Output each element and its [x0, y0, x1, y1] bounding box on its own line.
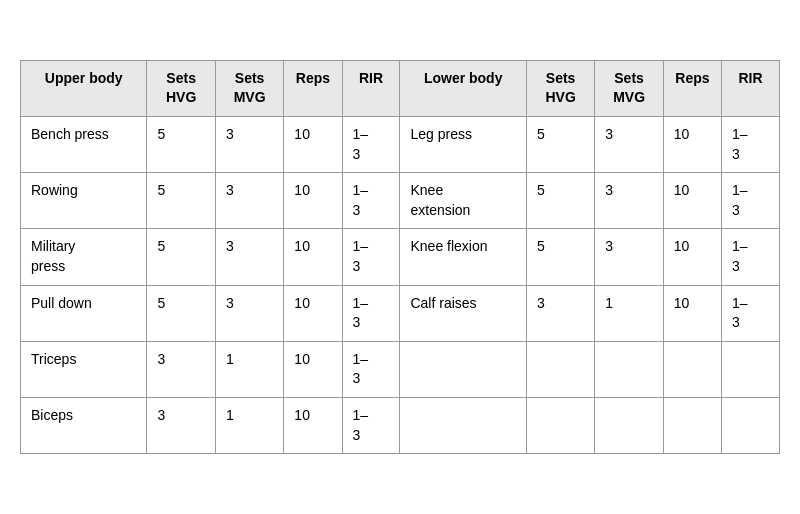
- cell-lower_exercise: Kneeextension: [400, 173, 526, 229]
- cell-lower_exercise: Leg press: [400, 117, 526, 173]
- cell-upper_rir: 1–3: [342, 117, 400, 173]
- header-rir-1: RIR: [342, 60, 400, 116]
- cell-lower_sets_hvg: [526, 397, 594, 453]
- cell-lower_sets_mvg: [595, 341, 663, 397]
- table-row: Pull down53101–3Calf raises31101–3: [21, 285, 780, 341]
- cell-upper_rir: 1–3: [342, 397, 400, 453]
- table-row: Triceps31101–3: [21, 341, 780, 397]
- cell-lower_sets_hvg: 3: [526, 285, 594, 341]
- cell-lower_reps: [663, 341, 721, 397]
- cell-upper_reps: 10: [284, 397, 342, 453]
- cell-upper_sets_mvg: 3: [215, 173, 283, 229]
- cell-upper_exercise: Triceps: [21, 341, 147, 397]
- cell-upper_rir: 1–3: [342, 229, 400, 285]
- cell-lower_exercise: [400, 341, 526, 397]
- cell-upper_sets_hvg: 3: [147, 341, 215, 397]
- cell-upper_reps: 10: [284, 229, 342, 285]
- table-row: Militarypress53101–3Knee flexion53101–3: [21, 229, 780, 285]
- cell-lower_rir: 1–3: [722, 117, 780, 173]
- cell-upper_sets_mvg: 1: [215, 397, 283, 453]
- header-sets-hvg-2: Sets HVG: [526, 60, 594, 116]
- cell-lower_sets_mvg: [595, 397, 663, 453]
- cell-lower_reps: 10: [663, 173, 721, 229]
- cell-lower_exercise: [400, 397, 526, 453]
- cell-lower_rir: 1–3: [722, 173, 780, 229]
- header-reps-1: Reps: [284, 60, 342, 116]
- cell-lower_rir: [722, 341, 780, 397]
- workout-table: Upper body Sets HVG Sets MVG Reps RIR Lo…: [20, 60, 780, 454]
- cell-lower_reps: [663, 397, 721, 453]
- cell-lower_exercise: Calf raises: [400, 285, 526, 341]
- cell-lower_sets_mvg: 3: [595, 117, 663, 173]
- cell-upper_reps: 10: [284, 117, 342, 173]
- header-sets-mvg-1: Sets MVG: [215, 60, 283, 116]
- cell-upper_rir: 1–3: [342, 285, 400, 341]
- cell-lower_sets_mvg: 1: [595, 285, 663, 341]
- header-sets-hvg-1: Sets HVG: [147, 60, 215, 116]
- table-row: Rowing53101–3Kneeextension53101–3: [21, 173, 780, 229]
- cell-upper_rir: 1–3: [342, 173, 400, 229]
- cell-upper_sets_hvg: 3: [147, 397, 215, 453]
- cell-upper_sets_hvg: 5: [147, 285, 215, 341]
- cell-lower_reps: 10: [663, 285, 721, 341]
- cell-lower_sets_hvg: 5: [526, 229, 594, 285]
- cell-upper_sets_mvg: 3: [215, 117, 283, 173]
- cell-lower_sets_hvg: 5: [526, 173, 594, 229]
- cell-lower_reps: 10: [663, 117, 721, 173]
- cell-lower_sets_hvg: 5: [526, 117, 594, 173]
- cell-upper_exercise: Pull down: [21, 285, 147, 341]
- cell-upper_reps: 10: [284, 285, 342, 341]
- cell-upper_sets_hvg: 5: [147, 229, 215, 285]
- cell-upper_rir: 1–3: [342, 341, 400, 397]
- header-reps-2: Reps: [663, 60, 721, 116]
- cell-upper_sets_mvg: 3: [215, 229, 283, 285]
- cell-upper_reps: 10: [284, 173, 342, 229]
- header-lower-body: Lower body: [400, 60, 526, 116]
- cell-upper_sets_mvg: 3: [215, 285, 283, 341]
- table-row: Biceps31101–3: [21, 397, 780, 453]
- header-rir-2: RIR: [722, 60, 780, 116]
- cell-lower_sets_hvg: [526, 341, 594, 397]
- table-row: Bench press53101–3Leg press53101–3: [21, 117, 780, 173]
- cell-upper_exercise: Rowing: [21, 173, 147, 229]
- cell-lower_reps: 10: [663, 229, 721, 285]
- cell-upper_sets_hvg: 5: [147, 173, 215, 229]
- cell-upper_sets_mvg: 1: [215, 341, 283, 397]
- cell-lower_sets_mvg: 3: [595, 229, 663, 285]
- cell-lower_exercise: Knee flexion: [400, 229, 526, 285]
- header-upper-body: Upper body: [21, 60, 147, 116]
- cell-upper_exercise: Militarypress: [21, 229, 147, 285]
- header-sets-mvg-2: Sets MVG: [595, 60, 663, 116]
- cell-upper_exercise: Bench press: [21, 117, 147, 173]
- cell-lower_rir: 1–3: [722, 285, 780, 341]
- cell-lower_rir: [722, 397, 780, 453]
- cell-upper_exercise: Biceps: [21, 397, 147, 453]
- cell-upper_reps: 10: [284, 341, 342, 397]
- cell-lower_rir: 1–3: [722, 229, 780, 285]
- cell-upper_sets_hvg: 5: [147, 117, 215, 173]
- cell-lower_sets_mvg: 3: [595, 173, 663, 229]
